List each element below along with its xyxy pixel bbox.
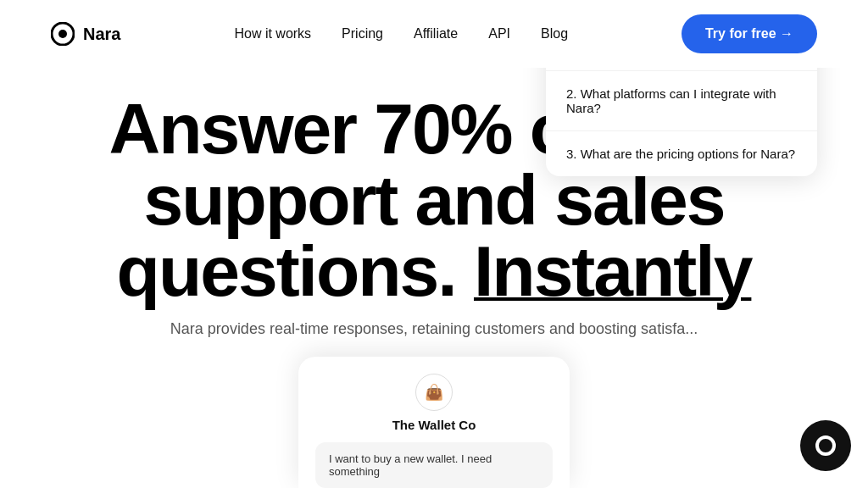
nara-chat-bubble[interactable] (800, 420, 851, 471)
navbar: Nara How it works Pricing Affiliate API … (0, 0, 868, 68)
demo-card-message: I want to buy a new wallet. I need somet… (315, 442, 553, 488)
nav-how-it-works[interactable]: How it works (234, 26, 311, 42)
hero-title-highlight: Instantly (474, 231, 751, 311)
hero-subtitle: Nara provides real-time responses, retai… (51, 320, 817, 338)
try-for-free-button[interactable]: Try for free → (682, 14, 817, 53)
chat-item-2[interactable]: 2. What platforms can I integrate with N… (546, 71, 817, 131)
demo-card: 👜 The Wallet Co I want to buy a new wall… (298, 357, 570, 488)
nav-blog[interactable]: Blog (541, 26, 568, 42)
svg-point-1 (58, 30, 67, 38)
logo-text: Nara (83, 25, 120, 44)
hero-title-line3-prefix: questions. (117, 231, 474, 311)
demo-card-logo: 👜 (415, 374, 453, 411)
chat-item-3[interactable]: 3. What are the pricing options for Nara… (546, 131, 817, 176)
nav-links: How it works Pricing Affiliate API Blog (234, 26, 568, 42)
logo[interactable]: Nara (51, 22, 120, 46)
nav-affiliate[interactable]: Affiliate (414, 26, 458, 42)
nav-pricing[interactable]: Pricing (342, 26, 383, 42)
nara-chat-bubble-inner (815, 435, 836, 456)
nav-api[interactable]: API (488, 26, 510, 42)
demo-card-company-name: The Wallet Co (315, 418, 553, 432)
